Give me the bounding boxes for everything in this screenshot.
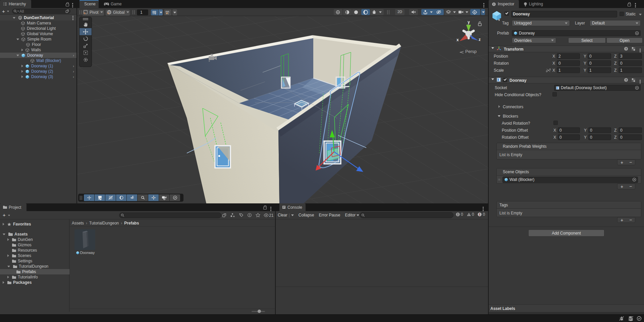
- svg-text:z: z: [479, 37, 481, 42]
- svg-text:?: ?: [625, 78, 627, 82]
- svg-text:y: y: [468, 20, 470, 24]
- svg-text:Y: Y: [155, 13, 156, 15]
- svg-text:Persp: Persp: [465, 49, 477, 54]
- svg-text:?: ?: [625, 47, 627, 51]
- svg-text:x: x: [457, 38, 459, 42]
